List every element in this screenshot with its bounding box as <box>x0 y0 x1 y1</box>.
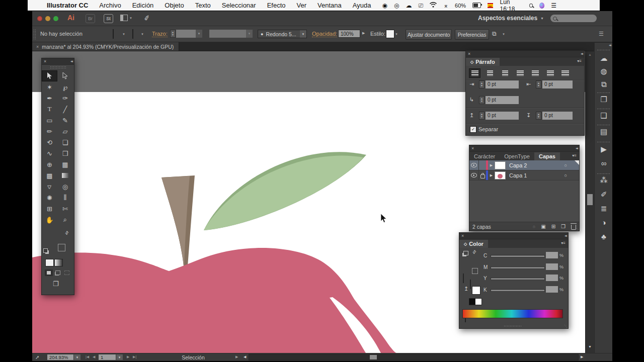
new-layer-icon[interactable]: ❐ <box>561 224 566 229</box>
tab-color[interactable]: ◇Color <box>459 240 488 248</box>
selection-tool[interactable] <box>42 70 57 81</box>
cc-libraries-icon[interactable]: ☁ <box>595 54 613 63</box>
status-display-arrow-icon[interactable]: ▶ <box>235 355 238 359</box>
dock-group-grip-2[interactable] <box>597 108 610 110</box>
target-circle-icon[interactable]: ○ <box>565 163 567 168</box>
fit-document-button[interactable]: Ajustar documento <box>406 29 452 40</box>
vertical-scrollbar[interactable]: ▲ ▼ <box>585 51 594 353</box>
stroke-weight-stepper[interactable]: ▲▼ <box>170 30 176 38</box>
preferences-button[interactable]: Preferencias <box>455 29 489 40</box>
dock-group-grip-4[interactable] <box>597 141 610 143</box>
color-panel-bottom-grip[interactable] <box>504 325 522 327</box>
artboard-dropdown-arrow[interactable]: ▼ <box>116 354 123 360</box>
free-transform-tool[interactable]: ❒ <box>57 148 73 159</box>
lasso-tool[interactable]: ℘ <box>57 81 73 93</box>
align-center-button[interactable] <box>484 68 496 78</box>
next-artboard-icon[interactable]: ▶ <box>127 355 129 359</box>
dock-group-grip-5[interactable] <box>597 173 610 175</box>
transparency-icon[interactable]: ◑ <box>595 218 613 227</box>
tools-panel-header[interactable]: × ◂◂ <box>42 58 74 65</box>
align-icon[interactable]: ▤ <box>595 127 613 136</box>
left-indent-input[interactable]: 0 pt <box>486 80 519 88</box>
tab-parrafo[interactable]: ◇Párrafo <box>466 58 500 66</box>
prev-artboard-icon[interactable]: ◀ <box>93 355 95 359</box>
layers-collapse-icon[interactable]: ◂◂ <box>576 145 577 151</box>
paragraph-panel-menu-icon[interactable]: ▾≡ <box>577 59 582 63</box>
workspace-switcher[interactable]: Aspectos esenciales ▼ <box>478 15 544 22</box>
hand-tool[interactable]: ✋ <box>42 214 57 225</box>
siri-icon[interactable] <box>539 3 544 9</box>
gradient-tool[interactable] <box>57 170 73 181</box>
display-icon[interactable]: ⎚ <box>418 2 423 9</box>
keyboard-layout-icon[interactable]: ISO <box>488 3 494 8</box>
cyan-slider[interactable] <box>491 255 545 257</box>
last-artboard-icon[interactable]: ▶| <box>133 355 136 359</box>
stroke-weight-dropdown[interactable]: ▼ <box>176 30 202 38</box>
blend-tool[interactable]: ◎ <box>57 181 73 192</box>
right-indent-input[interactable]: 0 pt <box>542 80 573 88</box>
artboard-number-input[interactable]: 1 <box>99 354 116 360</box>
notification-center-icon[interactable]: ☰ <box>551 2 556 9</box>
fill-color-swatch[interactable] <box>113 29 114 39</box>
quick-white-swatch[interactable] <box>475 298 482 305</box>
rotate-tool[interactable]: ⟲ <box>42 137 57 148</box>
asset-export-icon[interactable]: ⧉ <box>595 80 613 89</box>
last-color-swatch[interactable] <box>472 286 480 295</box>
stroke-color-swatch[interactable] <box>132 29 133 39</box>
copy-swatch-icon[interactable] <box>463 251 468 255</box>
color-resize-grip[interactable]: ⋱ <box>564 324 568 328</box>
airplay-icon[interactable]: ⌅ <box>443 2 448 9</box>
document-tab[interactable]: × manzana* al 204.93% (CMYK/Previsualiza… <box>32 42 179 51</box>
color-collapse-icon[interactable]: ◂◂ <box>565 233 566 239</box>
locate-object-icon[interactable]: ○ <box>533 224 535 229</box>
tools-close-icon[interactable]: × <box>44 58 46 64</box>
layer-row-capa1[interactable]: ▶ Capa 1 ○ <box>469 170 579 180</box>
style-chevron-icon[interactable]: ▼ <box>395 33 398 36</box>
yellow-value-input[interactable] <box>546 275 558 281</box>
hscroll-right-arrow[interactable]: ▶ <box>581 355 583 359</box>
type-tool[interactable]: T <box>42 104 57 115</box>
paragraph-close-icon[interactable]: × <box>468 51 470 57</box>
opacity-label[interactable]: Opacidad: <box>312 31 337 37</box>
default-fill-stroke-icon[interactable] <box>43 248 48 253</box>
control-panel-menu-icon[interactable]: ☰ <box>599 31 604 37</box>
width-profile-dropdown[interactable]: ▼ <box>209 30 253 38</box>
target-circle-icon-2[interactable]: ○ <box>565 173 567 178</box>
color-mode-button[interactable] <box>45 259 54 266</box>
column-graph-tool[interactable]: ⫼ <box>57 192 73 203</box>
color-panel-menu-icon[interactable]: ▾≡ <box>561 241 566 245</box>
menubar-clock[interactable]: Lun 16:18 <box>500 0 522 13</box>
visibility-toggle[interactable] <box>469 163 478 167</box>
make-clipping-mask-icon[interactable]: ▣ <box>541 224 545 229</box>
lock-toggle[interactable] <box>479 172 486 178</box>
artboards-icon[interactable]: ❐ <box>595 95 613 104</box>
menu-archivo[interactable]: Archivo <box>99 2 121 9</box>
style-swatch[interactable] <box>386 30 394 38</box>
brush-definition-dropdown[interactable]: ● Redondo 5... ▼ <box>258 30 307 38</box>
links-icon[interactable]: ∞ <box>595 159 613 167</box>
first-artboard-icon[interactable]: |◀ <box>86 355 89 359</box>
symbols-icon[interactable]: ♣ <box>595 232 613 241</box>
swap-colors-icon[interactable]: ⇄ <box>471 249 477 255</box>
zoom-tool[interactable]: ⌕ <box>57 214 73 225</box>
color-panel-header[interactable]: × ◂◂ <box>459 233 568 239</box>
artboard-tool[interactable]: ⊞ <box>42 203 57 214</box>
hyphenate-checkbox[interactable]: ✓ <box>470 126 476 133</box>
menu-edicion[interactable]: Edición <box>132 2 154 9</box>
rectangle-tool[interactable]: ▭ <box>42 115 57 126</box>
wifi-icon[interactable] <box>430 2 437 9</box>
direct-selection-tool[interactable] <box>57 70 73 81</box>
magic-wand-tool[interactable]: ✶ <box>42 81 57 93</box>
first-line-indent-input[interactable]: 0 pt <box>486 96 519 104</box>
black-slider[interactable] <box>491 289 545 292</box>
gradient-mode-button[interactable] <box>54 259 63 266</box>
visibility-toggle-2[interactable] <box>469 173 478 177</box>
disclosure-triangle-icon-2[interactable]: ▶ <box>488 173 495 177</box>
justify-last-right-button[interactable] <box>544 68 556 78</box>
color-spectrum-bar[interactable] <box>462 309 563 318</box>
scale-tool[interactable]: ❏ <box>57 137 73 148</box>
color-fill-swatch[interactable] <box>463 274 464 283</box>
draw-inside-mode-button[interactable] <box>63 269 71 276</box>
pencil-tool[interactable]: ✏ <box>42 126 57 137</box>
first-line-indent-stepper[interactable]: ▲▼ <box>479 96 485 104</box>
